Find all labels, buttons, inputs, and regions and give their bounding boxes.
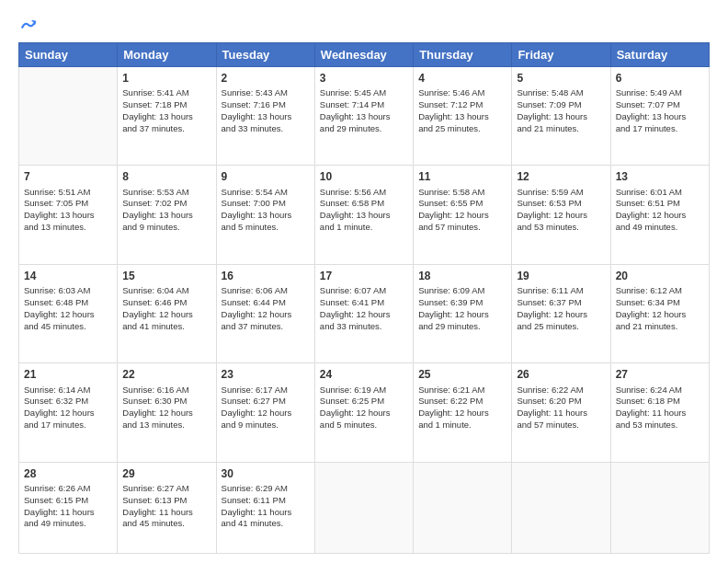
day-number: 10 <box>320 169 408 184</box>
calendar-cell: 3Sunrise: 5:45 AM Sunset: 7:14 PM Daylig… <box>314 67 413 166</box>
day-number: 26 <box>517 367 605 382</box>
day-info: Sunrise: 6:16 AM Sunset: 6:30 PM Dayligh… <box>122 385 210 431</box>
day-number: 25 <box>418 367 506 382</box>
calendar-cell: 4Sunrise: 5:46 AM Sunset: 7:12 PM Daylig… <box>414 67 512 166</box>
calendar-cell: 13Sunrise: 6:01 AM Sunset: 6:51 PM Dayli… <box>610 166 709 264</box>
calendar-cell: 6Sunrise: 5:49 AM Sunset: 7:07 PM Daylig… <box>610 67 709 166</box>
calendar-cell: 16Sunrise: 6:06 AM Sunset: 6:44 PM Dayli… <box>216 264 314 362</box>
day-info: Sunrise: 6:26 AM Sunset: 6:15 PM Dayligh… <box>24 483 112 530</box>
calendar-cell: 15Sunrise: 6:04 AM Sunset: 6:46 PM Dayli… <box>118 264 216 362</box>
day-info: Sunrise: 5:43 AM Sunset: 7:16 PM Dayligh… <box>222 87 310 134</box>
day-info: Sunrise: 5:56 AM Sunset: 6:58 PM Dayligh… <box>320 187 408 234</box>
day-number: 1 <box>122 71 210 86</box>
day-number: 22 <box>122 367 210 382</box>
logo-icon <box>20 17 37 33</box>
day-number: 21 <box>24 367 112 382</box>
page: SundayMondayTuesdayWednesdayThursdayFrid… <box>0 0 728 563</box>
day-info: Sunrise: 6:09 AM Sunset: 6:39 PM Dayligh… <box>418 285 506 332</box>
day-info: Sunrise: 6:04 AM Sunset: 6:46 PM Dayligh… <box>122 285 210 332</box>
calendar-cell: 5Sunrise: 5:48 AM Sunset: 7:09 PM Daylig… <box>512 67 610 166</box>
calendar-cell: 30Sunrise: 6:29 AM Sunset: 6:11 PM Dayli… <box>216 462 314 553</box>
day-number: 13 <box>616 169 704 184</box>
calendar-cell <box>610 462 709 553</box>
day-number: 28 <box>24 466 112 481</box>
day-info: Sunrise: 6:03 AM Sunset: 6:48 PM Dayligh… <box>24 285 112 332</box>
day-info: Sunrise: 6:01 AM Sunset: 6:51 PM Dayligh… <box>616 187 704 234</box>
calendar-cell: 18Sunrise: 6:09 AM Sunset: 6:39 PM Dayli… <box>414 264 512 362</box>
day-info: Sunrise: 6:29 AM Sunset: 6:11 PM Dayligh… <box>222 483 310 530</box>
calendar-table: SundayMondayTuesdayWednesdayThursdayFrid… <box>18 42 710 554</box>
day-number: 6 <box>616 71 704 86</box>
calendar-cell: 22Sunrise: 6:16 AM Sunset: 6:30 PM Dayli… <box>118 363 216 462</box>
calendar-header-sunday: Sunday <box>19 43 118 67</box>
day-info: Sunrise: 6:07 AM Sunset: 6:41 PM Dayligh… <box>320 285 408 332</box>
calendar-cell <box>512 462 610 553</box>
calendar-header-monday: Monday <box>118 43 216 67</box>
day-info: Sunrise: 5:46 AM Sunset: 7:12 PM Dayligh… <box>418 87 506 134</box>
calendar-header-friday: Friday <box>512 43 610 67</box>
calendar-header-wednesday: Wednesday <box>314 43 413 67</box>
day-number: 29 <box>122 466 210 481</box>
day-number: 12 <box>517 169 605 184</box>
day-info: Sunrise: 6:24 AM Sunset: 6:18 PM Dayligh… <box>616 385 704 431</box>
day-info: Sunrise: 5:54 AM Sunset: 7:00 PM Dayligh… <box>222 187 310 234</box>
calendar-cell: 8Sunrise: 5:53 AM Sunset: 7:02 PM Daylig… <box>118 166 216 264</box>
day-number: 23 <box>222 367 310 382</box>
day-number: 11 <box>418 169 506 184</box>
day-info: Sunrise: 5:53 AM Sunset: 7:02 PM Dayligh… <box>122 187 210 234</box>
day-info: Sunrise: 5:48 AM Sunset: 7:09 PM Dayligh… <box>517 87 605 134</box>
calendar-cell: 1Sunrise: 5:41 AM Sunset: 7:18 PM Daylig… <box>118 67 216 166</box>
day-info: Sunrise: 5:58 AM Sunset: 6:55 PM Dayligh… <box>418 187 506 234</box>
calendar-header-thursday: Thursday <box>414 43 512 67</box>
calendar-cell: 27Sunrise: 6:24 AM Sunset: 6:18 PM Dayli… <box>610 363 709 462</box>
calendar-cell: 26Sunrise: 6:22 AM Sunset: 6:20 PM Dayli… <box>512 363 610 462</box>
day-number: 16 <box>222 269 310 283</box>
day-number: 2 <box>222 71 310 86</box>
day-number: 20 <box>616 269 704 283</box>
calendar-week-row: 28Sunrise: 6:26 AM Sunset: 6:15 PM Dayli… <box>19 462 710 553</box>
day-info: Sunrise: 6:22 AM Sunset: 6:20 PM Dayligh… <box>517 385 605 431</box>
day-number: 24 <box>320 367 408 382</box>
day-number: 27 <box>616 367 704 382</box>
calendar-cell: 25Sunrise: 6:21 AM Sunset: 6:22 PM Dayli… <box>414 363 512 462</box>
day-info: Sunrise: 6:12 AM Sunset: 6:34 PM Dayligh… <box>616 285 704 332</box>
day-info: Sunrise: 5:51 AM Sunset: 7:05 PM Dayligh… <box>24 187 112 234</box>
day-info: Sunrise: 6:06 AM Sunset: 6:44 PM Dayligh… <box>222 285 310 332</box>
day-number: 3 <box>320 71 408 86</box>
calendar-cell <box>414 462 512 553</box>
calendar-header-saturday: Saturday <box>610 43 709 67</box>
calendar-week-row: 21Sunrise: 6:14 AM Sunset: 6:32 PM Dayli… <box>19 363 710 462</box>
calendar-cell: 29Sunrise: 6:27 AM Sunset: 6:13 PM Dayli… <box>118 462 216 553</box>
calendar-cell: 10Sunrise: 5:56 AM Sunset: 6:58 PM Dayli… <box>314 166 413 264</box>
day-info: Sunrise: 6:11 AM Sunset: 6:37 PM Dayligh… <box>517 285 605 332</box>
day-number: 9 <box>222 169 310 184</box>
calendar-week-row: 7Sunrise: 5:51 AM Sunset: 7:05 PM Daylig… <box>19 166 710 264</box>
day-info: Sunrise: 6:27 AM Sunset: 6:13 PM Dayligh… <box>122 483 210 530</box>
calendar-cell: 28Sunrise: 6:26 AM Sunset: 6:15 PM Dayli… <box>19 462 118 553</box>
calendar-week-row: 1Sunrise: 5:41 AM Sunset: 7:18 PM Daylig… <box>19 67 710 166</box>
day-number: 30 <box>222 466 310 481</box>
day-number: 19 <box>517 269 605 283</box>
calendar-header-tuesday: Tuesday <box>216 43 314 67</box>
day-info: Sunrise: 6:17 AM Sunset: 6:27 PM Dayligh… <box>222 385 310 431</box>
calendar-cell: 20Sunrise: 6:12 AM Sunset: 6:34 PM Dayli… <box>610 264 709 362</box>
calendar-cell: 19Sunrise: 6:11 AM Sunset: 6:37 PM Dayli… <box>512 264 610 362</box>
calendar-cell: 23Sunrise: 6:17 AM Sunset: 6:27 PM Dayli… <box>216 363 314 462</box>
day-number: 4 <box>418 71 506 86</box>
calendar-cell <box>314 462 413 553</box>
calendar-cell: 9Sunrise: 5:54 AM Sunset: 7:00 PM Daylig… <box>216 166 314 264</box>
calendar-cell: 14Sunrise: 6:03 AM Sunset: 6:48 PM Dayli… <box>19 264 118 362</box>
day-info: Sunrise: 5:45 AM Sunset: 7:14 PM Dayligh… <box>320 87 408 134</box>
calendar-cell: 7Sunrise: 5:51 AM Sunset: 7:05 PM Daylig… <box>19 166 118 264</box>
day-number: 8 <box>122 169 210 184</box>
calendar-cell <box>19 67 118 166</box>
day-info: Sunrise: 6:14 AM Sunset: 6:32 PM Dayligh… <box>24 385 112 431</box>
day-info: Sunrise: 6:19 AM Sunset: 6:25 PM Dayligh… <box>320 385 408 431</box>
day-info: Sunrise: 5:41 AM Sunset: 7:18 PM Dayligh… <box>122 87 210 134</box>
day-info: Sunrise: 5:59 AM Sunset: 6:53 PM Dayligh… <box>517 187 605 234</box>
day-info: Sunrise: 6:21 AM Sunset: 6:22 PM Dayligh… <box>418 385 506 431</box>
calendar-cell: 12Sunrise: 5:59 AM Sunset: 6:53 PM Dayli… <box>512 166 610 264</box>
day-info: Sunrise: 5:49 AM Sunset: 7:07 PM Dayligh… <box>616 87 704 134</box>
calendar-cell: 24Sunrise: 6:19 AM Sunset: 6:25 PM Dayli… <box>314 363 413 462</box>
day-number: 17 <box>320 269 408 283</box>
